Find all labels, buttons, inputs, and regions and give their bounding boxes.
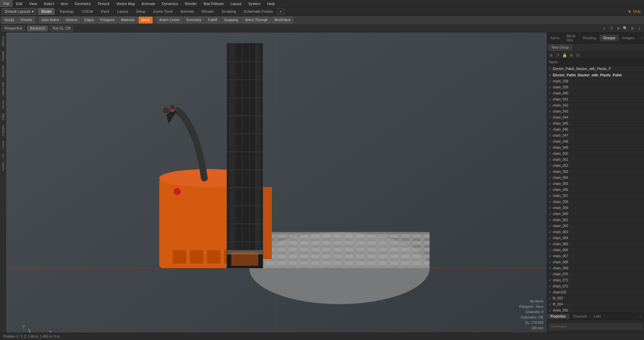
sidebar-tab-duocam[interactable]: DuoCam (1, 63, 5, 79)
tree-item[interactable]: ✓ chain_071 (547, 277, 644, 283)
sidebar-tab-vertex[interactable]: Vertex (1, 98, 5, 111)
menu-vertex-map[interactable]: Vertex Map (113, 0, 139, 7)
root-item[interactable]: ✓ Electric_Pallet_Stacker_with_Plastic_P (547, 66, 644, 72)
tab-groups[interactable]: Groups (600, 35, 619, 41)
falloff-button[interactable]: Falloff (205, 17, 220, 23)
materials-button[interactable]: Materials (118, 17, 138, 23)
tree-item[interactable]: ✓ chain_048 (547, 139, 644, 145)
ray-gl-button[interactable]: Ray GL: Off (50, 25, 73, 31)
tree-item[interactable]: ✓ chain_055 (547, 181, 644, 187)
tab-mesh-ops[interactable]: Mesh Ops (563, 32, 579, 43)
menu-animate[interactable]: Animate (138, 0, 158, 7)
tree-item[interactable]: ✓ chain_070 (547, 271, 644, 277)
menu-select[interactable]: Select (40, 0, 57, 7)
tab-uvedit[interactable]: UVEdit (78, 8, 96, 15)
tab-render[interactable]: Render (198, 8, 217, 15)
tab-game-tools[interactable]: Game Tools (150, 8, 176, 15)
tree-item[interactable]: ✓ chain_065 (547, 241, 644, 247)
presets-button[interactable]: Presets (18, 17, 35, 23)
tree-item[interactable]: ✓ chain_051 (547, 157, 644, 163)
select-through-button[interactable]: Select Through (242, 17, 271, 23)
viewport-icon-5[interactable]: ⊞ (629, 25, 635, 31)
tree-item[interactable]: ✓ chain_047 (547, 133, 644, 139)
action-center-button[interactable]: Action Center (156, 17, 183, 23)
tree-item[interactable]: ✓ chain_058 (547, 199, 644, 205)
tab-items[interactable]: Items (547, 35, 563, 41)
sidebar-tab-polygon[interactable]: Polygon (1, 123, 5, 138)
tab-scripting[interactable]: Scripting (218, 8, 239, 15)
sidebar-tab-uv[interactable]: UV (1, 151, 5, 160)
gsb-icon-expand[interactable]: ⊞ (568, 52, 574, 58)
gsb-icon-collapse[interactable]: ⊟ (575, 52, 581, 58)
auto-select-button[interactable]: Auto Select (39, 17, 62, 23)
tree-item[interactable]: ✓ chain_059 (547, 205, 644, 211)
sidebar-tab-palette[interactable]: Palette (1, 49, 5, 63)
tab-paint[interactable]: Paint (98, 8, 113, 15)
menu-item[interactable]: Item (57, 0, 71, 7)
sidebar-tab-curve[interactable]: Curve (1, 139, 5, 151)
menu-file[interactable]: File (0, 0, 13, 7)
viewport-icon-1[interactable]: ⤢ (601, 25, 607, 31)
menu-geometry[interactable]: Geometry (71, 0, 94, 7)
bp-tab-properties[interactable]: Properties (547, 314, 570, 319)
tree-item[interactable]: ✓ chain_066 (547, 247, 644, 253)
tree-item[interactable]: ✓Electric_Pallet_Stacker_with_Plastic_Pa… (547, 72, 644, 78)
tab-layout[interactable]: Layout (114, 8, 131, 15)
tab-images[interactable]: Images (619, 35, 638, 41)
sculpt-button[interactable]: Sculpt (2, 17, 17, 23)
new-group-button[interactable]: New Group (549, 45, 572, 51)
menu-texture[interactable]: Texture (94, 0, 113, 7)
gsb-icon-1[interactable]: ⊕ (548, 52, 554, 58)
tree-item[interactable]: ✓ lft_004 (547, 301, 644, 308)
tree-item[interactable]: ✓ chain100 (547, 289, 644, 295)
tree-item[interactable]: ✓ chain_041 (547, 96, 644, 103)
tree-item[interactable]: ✓ chain_067 (547, 253, 644, 259)
tree-item[interactable]: ✓ chain_038 (547, 78, 644, 84)
tree-item[interactable]: ✓ chain_042 (547, 103, 644, 109)
tree-item[interactable]: ✓ chain_040 (547, 90, 644, 96)
items-button[interactable]: Items (139, 17, 153, 23)
tree-item[interactable]: ✓ chain_069 (547, 265, 644, 271)
advanced-button[interactable]: Advanced (27, 25, 48, 31)
viewport-icon-2[interactable]: ↺ (608, 25, 614, 31)
add-layout-button[interactable]: + (277, 8, 284, 15)
snapping-button[interactable]: Snapping (221, 17, 241, 23)
tab-schematic-fusion[interactable]: Schematic Fusion (240, 8, 276, 15)
perspective-button[interactable]: Perspective (2, 25, 25, 31)
viewport-icon-4[interactable]: 🔍 (622, 25, 628, 31)
gsb-icon-2[interactable]: ↺ (555, 52, 561, 58)
menu-edit[interactable]: Edit (13, 0, 26, 7)
bp-tab-lists[interactable]: Lists (591, 314, 605, 319)
tree-list[interactable]: ✓Electric_Pallet_Stacker_with_Plastic_Pa… (547, 72, 644, 313)
tree-item[interactable]: ✓ chain_072 (547, 283, 644, 289)
sidebar-tab-options[interactable]: Options (1, 34, 5, 49)
tree-item[interactable]: ✓ chain_050 (547, 151, 644, 157)
menu-maxtomodo[interactable]: MaxToModo (200, 0, 227, 7)
gsb-icon-3[interactable]: 🔒 (561, 52, 568, 58)
viewport-icon-6[interactable]: ≡ (636, 25, 642, 31)
sidebar-tab-edge[interactable]: Edge (1, 111, 5, 122)
tree-item[interactable]: ✓ chain_039 (547, 84, 644, 90)
tree-item[interactable]: ✓ chain_068 (547, 259, 644, 265)
tree-item[interactable]: ✓ chain_063 (547, 229, 644, 235)
tree-item[interactable]: ✓ chain_053 (547, 169, 644, 175)
menu-layout[interactable]: Layout (227, 0, 245, 7)
tab-topology[interactable]: Topology (56, 8, 77, 15)
viewport[interactable]: Y X Z No Items Polygons : Face Channels:… (6, 32, 547, 333)
tree-item[interactable]: ✓ chain_054 (547, 175, 644, 181)
tree-item[interactable]: ✓ chain_044 (547, 115, 644, 121)
sidebar-tab-mesh-edit[interactable]: Mesh Edit (1, 80, 5, 97)
tree-item[interactable]: ✓ chain_045 (547, 121, 644, 127)
tree-item[interactable]: ✓ chain_056 (547, 187, 644, 193)
tree-item[interactable]: ✓ rivets_002 (547, 308, 644, 313)
menu-view[interactable]: View (26, 0, 41, 7)
tree-item[interactable]: ✓ chain_061 (547, 217, 644, 223)
tree-item[interactable]: ✓ lft_003 (547, 295, 644, 301)
vertices-button[interactable]: Vertices (63, 17, 81, 23)
tree-item[interactable]: ✓ chain_046 (547, 127, 644, 133)
edges-button[interactable]: Edges (81, 17, 97, 23)
add-panel-tab-button[interactable]: + (638, 35, 644, 41)
polygons-button[interactable]: Polygons (98, 17, 117, 23)
menu-help[interactable]: Help (264, 0, 278, 7)
tree-item[interactable]: ✓ chain_049 (547, 145, 644, 151)
